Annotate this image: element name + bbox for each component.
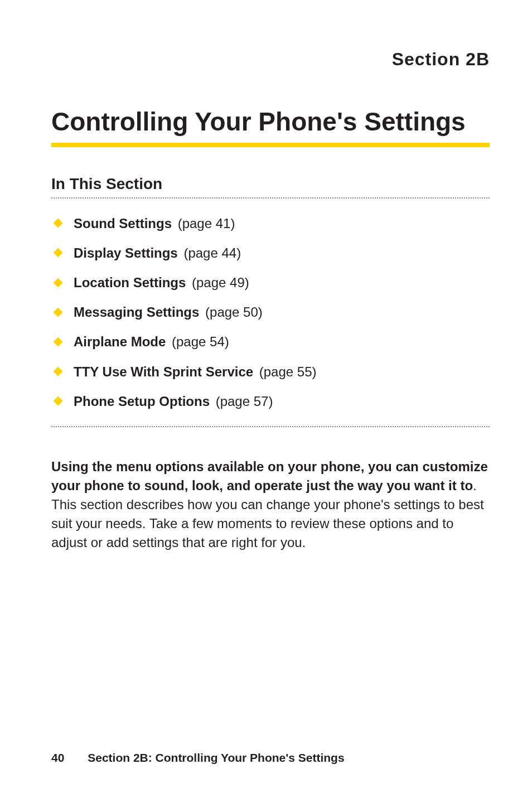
toc-title: TTY Use With Sprint Service	[74, 364, 253, 379]
toc-entry: Airplane Mode (page 54)	[74, 333, 229, 350]
toc-entry: Display Settings (page 44)	[74, 244, 241, 262]
toc-page-ref: (page 54)	[172, 334, 229, 349]
toc-list: Sound Settings (page 41) Display Setting…	[51, 209, 490, 416]
toc-title: Airplane Mode	[74, 334, 166, 349]
body-paragraph: Using the menu options available on your…	[51, 457, 490, 552]
toc-title: Sound Settings	[74, 216, 172, 231]
list-item: Messaging Settings (page 50)	[51, 297, 490, 327]
diamond-bullet-icon	[54, 307, 63, 317]
toc-page-ref: (page 41)	[178, 216, 235, 231]
toc-title: Location Settings	[74, 275, 186, 290]
page-footer: 40 Section 2B: Controlling Your Phone's …	[51, 751, 345, 765]
toc-entry: Phone Setup Options (page 57)	[74, 393, 273, 410]
list-item: Display Settings (page 44)	[51, 238, 490, 268]
toc-entry: Messaging Settings (page 50)	[74, 303, 263, 321]
diamond-bullet-icon	[54, 248, 63, 258]
diamond-bullet-icon	[54, 337, 63, 346]
toc-page-ref: (page 49)	[192, 275, 249, 290]
title-underline	[51, 143, 490, 147]
toc-entry: Location Settings (page 49)	[74, 274, 249, 291]
list-item: TTY Use With Sprint Service (page 55)	[51, 357, 490, 386]
diamond-bullet-icon	[54, 219, 63, 228]
chapter-title: Controlling Your Phone's Settings	[51, 108, 490, 136]
section-label: Section 2B	[51, 49, 490, 70]
toc-page-ref: (page 44)	[183, 245, 241, 260]
dotted-rule-bottom	[51, 426, 490, 427]
list-item: Airplane Mode (page 54)	[51, 327, 490, 356]
page-number: 40	[51, 751, 64, 764]
list-item: Location Settings (page 49)	[51, 268, 490, 297]
subsection-title: In This Section	[51, 175, 490, 193]
list-item: Sound Settings (page 41)	[51, 209, 490, 238]
list-item: Phone Setup Options (page 57)	[51, 386, 490, 416]
toc-page-ref: (page 55)	[259, 364, 317, 379]
body-lead: Using the menu options available on your…	[51, 459, 488, 493]
dotted-rule-top	[51, 197, 490, 199]
toc-page-ref: (page 50)	[205, 304, 263, 320]
toc-entry: TTY Use With Sprint Service (page 55)	[74, 363, 317, 380]
diamond-bullet-icon	[54, 396, 63, 406]
toc-page-ref: (page 57)	[216, 394, 273, 409]
toc-entry: Sound Settings (page 41)	[74, 215, 235, 232]
toc-title: Messaging Settings	[74, 304, 199, 320]
diamond-bullet-icon	[54, 278, 63, 287]
toc-title: Display Settings	[74, 245, 178, 260]
running-title: Section 2B: Controlling Your Phone's Set…	[88, 751, 344, 764]
diamond-bullet-icon	[54, 367, 63, 376]
toc-title: Phone Setup Options	[74, 394, 210, 409]
